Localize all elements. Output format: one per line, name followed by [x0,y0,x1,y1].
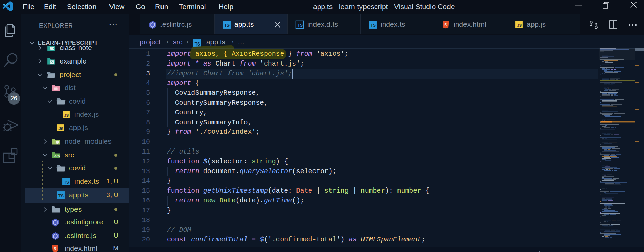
svg-text:TS: TS [195,42,200,47]
svg-text:JS: JS [58,127,63,131]
svg-text:5: 5 [444,23,447,28]
svg-text:5: 5 [54,247,56,251]
svg-text:TS: TS [58,194,64,198]
svg-text:TS: TS [64,180,69,185]
svg-text:</>: </> [54,155,60,158]
svg-text:TS: TS [224,23,230,28]
svg-text:JS: JS [517,23,522,28]
svg-text:TS: TS [298,23,303,28]
svg-text:JS: JS [64,113,69,118]
svg-text:TS: TS [371,23,376,28]
